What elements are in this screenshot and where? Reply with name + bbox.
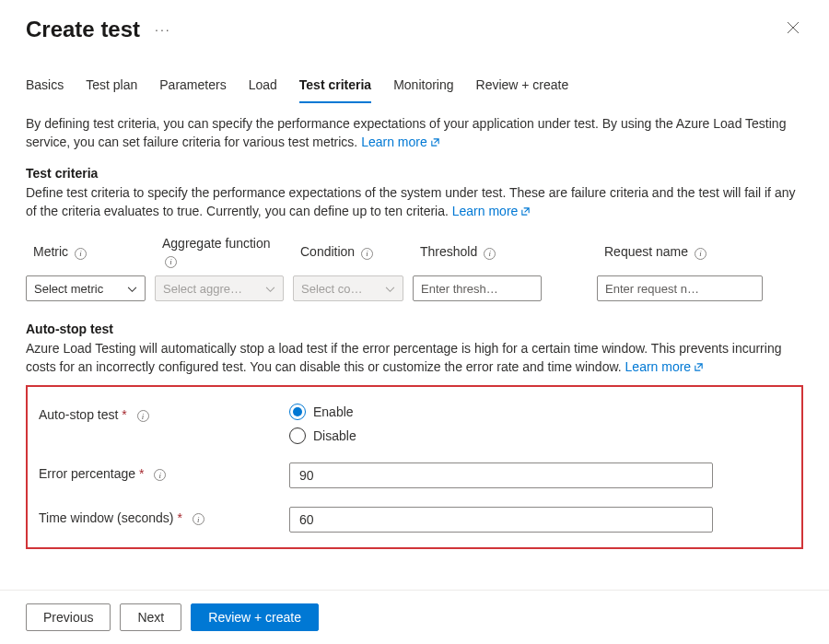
radio-icon-checked [289, 404, 306, 420]
external-link-icon [694, 358, 704, 377]
info-icon[interactable]: i [695, 248, 706, 260]
chevron-down-icon [265, 282, 275, 296]
tab-test-plan[interactable]: Test plan [86, 77, 137, 103]
info-icon[interactable]: i [484, 248, 496, 260]
time-window-input[interactable] [289, 507, 713, 533]
aggregate-select[interactable]: Select aggre… [155, 275, 284, 301]
tab-load[interactable]: Load [249, 77, 277, 103]
footer-bar: Previous Next Review + create [0, 590, 829, 644]
request-name-input[interactable] [597, 275, 763, 301]
col-request-name: Request name i [597, 244, 763, 268]
external-link-icon [520, 203, 531, 221]
auto-stop-title: Auto-stop test [26, 322, 803, 336]
metric-select[interactable]: Select metric [26, 275, 146, 301]
tab-parameters[interactable]: Parameters [159, 77, 226, 103]
radio-disable-label: Disable [313, 428, 356, 443]
error-percentage-input[interactable] [289, 463, 713, 488]
tab-monitoring[interactable]: Monitoring [393, 77, 453, 103]
radio-icon-unchecked [289, 427, 306, 444]
info-icon[interactable]: i [165, 256, 177, 268]
more-icon[interactable]: ··· [155, 22, 171, 37]
condition-select[interactable]: Select co… [293, 275, 403, 301]
info-icon[interactable]: i [75, 248, 87, 260]
col-threshold: Threshold i [413, 244, 542, 268]
info-icon[interactable]: i [361, 248, 373, 260]
test-criteria-title: Test criteria [26, 166, 803, 181]
radio-enable-label: Enable [313, 404, 354, 419]
time-window-label: Time window (seconds) * i [39, 507, 289, 526]
header-bar: Create test ··· [0, 0, 829, 50]
col-metric: Metric i [26, 244, 146, 268]
next-button[interactable]: Next [120, 603, 181, 631]
previous-button[interactable]: Previous [26, 603, 111, 631]
col-aggregate: Aggregate function i [155, 236, 284, 275]
test-criteria-desc: Define test criteria to specify the perf… [26, 183, 803, 222]
test-criteria-learn-more-link[interactable]: Learn more [452, 204, 531, 218]
close-icon[interactable] [783, 18, 803, 41]
threshold-input[interactable] [413, 275, 542, 301]
page-title: Create test [26, 17, 140, 42]
intro-learn-more-link[interactable]: Learn more [361, 135, 440, 149]
radio-enable[interactable]: Enable [289, 404, 356, 420]
review-create-button[interactable]: Review + create [191, 603, 319, 631]
tab-test-criteria[interactable]: Test criteria [299, 77, 371, 103]
tab-basics[interactable]: Basics [26, 77, 64, 103]
info-icon[interactable]: i [154, 469, 166, 481]
tab-review-create[interactable]: Review + create [476, 77, 569, 103]
tabs-bar: Basics Test plan Parameters Load Test cr… [0, 50, 829, 103]
chevron-down-icon [385, 282, 395, 296]
external-link-icon [430, 134, 440, 152]
intro-text: By defining test criteria, you can speci… [26, 114, 803, 153]
info-icon[interactable]: i [137, 410, 149, 422]
chevron-down-icon [127, 282, 137, 296]
test-criteria-desc-body: Define test criteria to specify the perf… [26, 185, 795, 218]
info-icon[interactable]: i [193, 513, 204, 525]
error-percentage-label: Error percentage * i [39, 463, 289, 482]
auto-stop-learn-more-link[interactable]: Learn more [625, 359, 705, 374]
radio-disable[interactable]: Disable [289, 427, 356, 444]
auto-stop-highlight: Auto-stop test * i Enable Disable Error … [26, 385, 803, 549]
auto-stop-desc: Azure Load Testing will automatically st… [26, 339, 803, 378]
col-condition: Condition i [293, 244, 403, 268]
auto-stop-label: Auto-stop test * i [39, 404, 289, 423]
